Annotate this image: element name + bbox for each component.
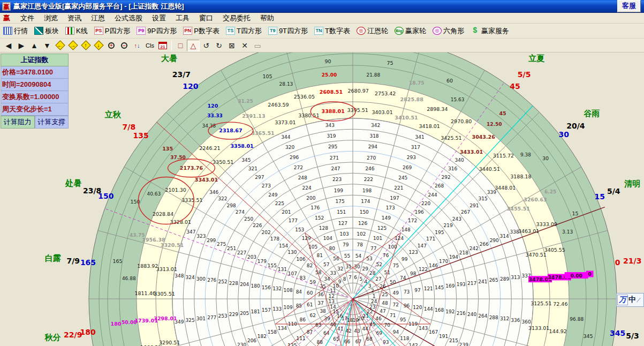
- forward-button[interactable]: ▶: [15, 40, 28, 51]
- svg-text:50: 50: [390, 280, 396, 285]
- svg-text:206: 206: [247, 338, 256, 343]
- svg-text:101: 101: [373, 236, 382, 241]
- pan-up-button[interactable]: ↑: [79, 40, 92, 51]
- toolbar-行情[interactable]: 行情: [0, 25, 31, 37]
- svg-text:3305.51: 3305.51: [154, 291, 175, 297]
- ime-shape-icon[interactable]: 万: [617, 295, 628, 305]
- svg-text:250: 250: [244, 216, 253, 222]
- svg-text:274: 274: [236, 209, 245, 215]
- rotate-ccw-button[interactable]: ↺: [200, 40, 213, 51]
- svg-text:3260.63: 3260.63: [524, 197, 547, 202]
- sort-updown-button[interactable]: ↑↓: [131, 40, 143, 51]
- svg-text:193: 193: [457, 282, 466, 287]
- svg-text:345: 345: [241, 157, 251, 163]
- toolbar-板块[interactable]: 板块: [31, 25, 62, 37]
- svg-text:108: 108: [283, 288, 292, 293]
- back-button[interactable]: ◀: [2, 40, 15, 51]
- toolbar-六角形[interactable]: ◎六角形: [429, 25, 467, 37]
- toolbar-9P四方形[interactable]: P99P四方形: [133, 25, 180, 37]
- svg-text:323: 323: [196, 234, 206, 239]
- svg-text:1739.01: 1739.01: [134, 318, 157, 324]
- zoom-out-button[interactable]: −: [118, 40, 131, 51]
- svg-text:273: 273: [262, 183, 271, 189]
- svg-text:2608.51: 2608.51: [320, 89, 343, 95]
- svg-text:120: 120: [413, 305, 422, 310]
- clear-button[interactable]: Cls: [143, 40, 156, 51]
- menu-item-1[interactable]: 浏览: [39, 13, 63, 24]
- menu-item-4[interactable]: 公式选股: [110, 13, 147, 24]
- svg-text:2680.97: 2680.97: [348, 88, 369, 94]
- svg-text:97: 97: [414, 288, 420, 293]
- svg-text:51: 51: [384, 270, 390, 275]
- rotate-cw-button[interactable]: ↻: [213, 40, 225, 51]
- menu-item-7[interactable]: 窗口: [194, 13, 218, 24]
- svg-text:处暑: 处暑: [65, 178, 81, 188]
- svg-text:157: 157: [262, 307, 271, 313]
- zoom-in-button[interactable]: +: [105, 40, 118, 51]
- svg-text:1: 1: [373, 294, 376, 299]
- menu-item-2[interactable]: 资讯: [63, 13, 86, 24]
- svg-text:199: 199: [334, 188, 343, 193]
- svg-text:135: 135: [287, 343, 297, 346]
- svg-text:2898.34: 2898.34: [427, 106, 448, 112]
- ime-pen-icon[interactable]: ⟋: [637, 297, 641, 304]
- toolbar-P数字表[interactable]: PNP数字表: [180, 25, 223, 37]
- svg-text:7/9: 7/9: [66, 257, 80, 265]
- ime-mode-icon[interactable]: 中: [628, 295, 637, 305]
- svg-text:23/7: 23/7: [172, 70, 191, 79]
- app-logo-icon: 赢: [2, 2, 11, 11]
- square-tool-button[interactable]: □: [174, 40, 187, 51]
- menu-item-9[interactable]: 帮助: [255, 13, 279, 24]
- triangle-tool-button[interactable]: △: [187, 40, 200, 51]
- svg-text:173: 173: [386, 205, 395, 210]
- gann-wheel-chart[interactable]: 1234567891011121314151617181920212223242…: [0, 52, 644, 346]
- toolbar-赢家服务[interactable]: $赢家服务: [467, 25, 512, 37]
- svg-text:7: 7: [348, 275, 352, 280]
- svg-text:3470.51: 3470.51: [526, 252, 547, 258]
- pan-right-button[interactable]: →: [66, 40, 79, 51]
- svg-text:3320.51: 3320.51: [161, 242, 184, 248]
- toolbar-K线[interactable]: K线: [62, 25, 91, 37]
- center-arrows-button[interactable]: ✕: [238, 40, 251, 51]
- svg-text:11: 11: [330, 288, 336, 294]
- toolbar-9T四方形[interactable]: T99T四方形: [265, 25, 311, 37]
- rotate-down-button[interactable]: ▼: [41, 40, 54, 51]
- svg-text:346: 346: [209, 190, 218, 195]
- P数字表-icon: PN: [183, 27, 192, 35]
- svg-text:3290.51: 3290.51: [159, 340, 180, 345]
- toolbar-P四方形[interactable]: PSP四方形: [91, 25, 134, 37]
- rotate-up-button[interactable]: ▲: [28, 40, 41, 51]
- svg-text:31.25: 31.25: [238, 99, 253, 104]
- svg-text:2: 2: [371, 288, 374, 294]
- ime-language-bar[interactable]: 万 中 ⟋: [616, 293, 644, 307]
- pan-down-button[interactable]: ↓: [92, 40, 105, 51]
- svg-text:21/3: 21/3: [623, 257, 641, 265]
- svg-text:131: 131: [278, 267, 287, 272]
- svg-text:2536.05: 2536.05: [294, 94, 315, 100]
- toolbar-江恩轮[interactable]: ◎江恩轮: [353, 25, 391, 37]
- svg-text:53: 53: [366, 256, 372, 261]
- menu-item-0[interactable]: 文件: [16, 13, 39, 24]
- svg-text:196: 196: [415, 209, 424, 215]
- toolbar-T数字表[interactable]: TNT数字表: [311, 25, 353, 37]
- calendar-button[interactable]: 21: [156, 40, 169, 51]
- svg-text:46.88: 46.88: [122, 276, 136, 281]
- menu-item-5[interactable]: 设置: [147, 13, 171, 24]
- svg-text:178: 178: [270, 236, 279, 242]
- toolbar-T四方形[interactable]: TST四方形: [223, 25, 265, 37]
- svg-text:268: 268: [435, 183, 444, 189]
- title-bar: 赢 赢家江恩专业版[赢家内部服务平台] - [上证指数 江恩轮] 客服: [0, 0, 644, 13]
- box-x-button[interactable]: ⊠: [225, 40, 238, 51]
- calc-resistance-button[interactable]: 计算阻力: [1, 116, 35, 129]
- toolbar-赢家轮[interactable]: Big赢家轮: [391, 25, 429, 37]
- calc-support-button[interactable]: 计算支撑: [35, 116, 69, 129]
- svg-text:6.25: 6.25: [544, 189, 556, 194]
- svg-text:23: 23: [369, 304, 375, 310]
- menu-item-3[interactable]: 江恩: [86, 13, 110, 24]
- pan-left-button[interactable]: ←: [54, 40, 66, 51]
- svg-text:0: 0: [615, 258, 620, 267]
- menu-item-8[interactable]: 交易委托: [218, 13, 255, 24]
- customer-service-button[interactable]: 客服: [617, 0, 641, 12]
- svg-text:293: 293: [407, 155, 416, 160]
- menu-item-6[interactable]: 工具: [171, 13, 194, 24]
